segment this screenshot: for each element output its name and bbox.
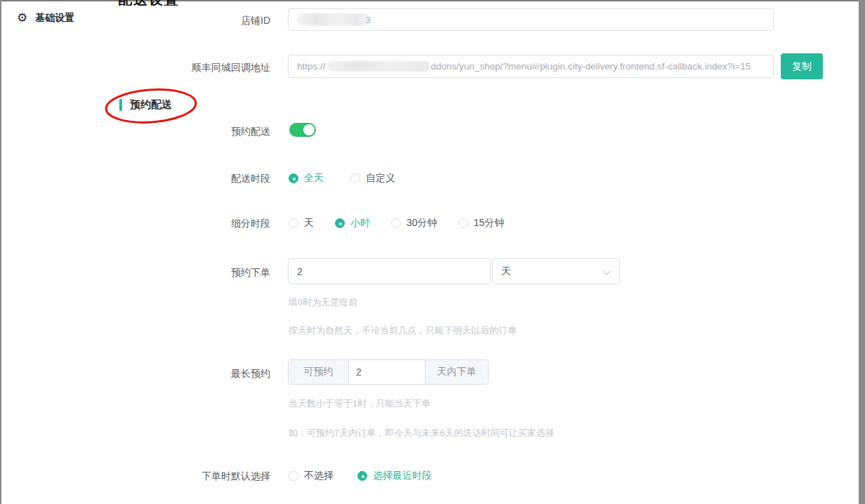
advance-order-value-field[interactable] <box>288 258 491 284</box>
radio-checked-icon <box>357 471 367 481</box>
section-title: 预约配送 <box>130 98 172 112</box>
max-reserve-label: 最长预约 <box>112 368 270 380</box>
radio-no-select[interactable]: 不选择 <box>289 470 334 482</box>
radio-unchecked-icon <box>350 173 360 183</box>
advance-order-label: 预约下单 <box>112 267 270 279</box>
radio-all-day[interactable]: 全天 <box>289 172 324 185</box>
advance-order-input[interactable] <box>297 266 482 277</box>
reserve-toggle-label: 预约配送 <box>112 126 270 138</box>
default-select-radio-group: 不选择 选择最近时段 <box>289 470 432 482</box>
copy-button[interactable]: 复制 <box>781 53 823 79</box>
reserve-delivery-toggle[interactable] <box>289 123 316 137</box>
masked-shop-id-value <box>297 13 370 26</box>
radio-checked-icon <box>335 218 345 228</box>
radio-15min[interactable]: 15分钟 <box>458 217 505 230</box>
radio-unchecked-icon <box>391 218 401 228</box>
shop-id-input[interactable]: 3 <box>288 8 774 31</box>
max-reserve-input[interactable] <box>356 366 418 378</box>
sub-period-label: 细分时段 <box>112 218 270 230</box>
toggle-knob <box>303 124 315 135</box>
selected-unit: 天 <box>501 265 511 278</box>
url-suffix: ddons/yun_shop/?menu#/plugin.city-delive… <box>431 61 751 72</box>
default-select-label: 下单时默认选择 <box>112 470 270 483</box>
shop-id-visible-char: 3 <box>366 15 371 25</box>
callback-url-label: 顺丰同城回调地址 <box>112 62 270 74</box>
url-prefix: https:// <box>297 61 326 72</box>
gear-icon: ⚙ <box>17 12 27 25</box>
max-reserve-hint-1: 当天数小于等于1时，只能当天下单 <box>289 397 430 410</box>
sidebar-item-basic-settings[interactable]: ⚙ 基础设置 <box>1 1 106 25</box>
max-reserve-hint-2: 如：可预约7天内订单，即今天与未来6天的送达时间可让买家选择 <box>289 427 554 439</box>
radio-unchecked-icon <box>458 218 468 228</box>
section-accent-bar <box>119 99 122 111</box>
sidebar: ⚙ 基础设置 <box>1 1 106 504</box>
max-reserve-input-group: 可预约 天内下单 <box>288 359 489 385</box>
radio-unchecked-icon <box>289 471 298 481</box>
chevron-down-icon <box>602 267 610 274</box>
clipped-page-heading: 配送设置 <box>118 0 286 6</box>
max-reserve-prepend: 可预约 <box>289 360 349 384</box>
delivery-period-label: 配送时段 <box>112 173 270 185</box>
main-content: 配送设置 店铺ID 3 顺丰同城回调地址 https://ddons/yun_s… <box>106 1 859 504</box>
radio-30min[interactable]: 30分钟 <box>391 217 437 230</box>
advance-order-hint-2: 按天时为自然天，不论当前几点，只能下明天以后的订单 <box>289 324 517 337</box>
callback-url-input[interactable]: https://ddons/yun_shop/?menu#/plugin.cit… <box>288 55 774 78</box>
max-reserve-value-field[interactable] <box>349 360 425 384</box>
scrollbar[interactable] <box>859 0 865 504</box>
radio-unchecked-icon <box>289 218 298 228</box>
settings-page: ⚙ 基础设置 配送设置 店铺ID 3 顺丰同城回调地址 https://ddon… <box>0 0 865 504</box>
shop-id-label: 店铺ID <box>112 15 270 27</box>
sub-period-radio-group: 天 小时 30分钟 15分钟 <box>289 217 504 230</box>
radio-nearest-period[interactable]: 选择最近时段 <box>357 470 432 482</box>
radio-checked-icon <box>289 173 298 183</box>
max-reserve-append: 天内下单 <box>425 360 488 384</box>
radio-day[interactable]: 天 <box>289 217 314 230</box>
radio-hour[interactable]: 小时 <box>335 217 370 230</box>
masked-url-domain <box>326 61 430 72</box>
radio-custom[interactable]: 自定义 <box>350 172 395 185</box>
sidebar-item-label: 基础设置 <box>35 12 74 25</box>
advance-order-unit-select[interactable]: 天 <box>492 258 620 284</box>
delivery-period-radio-group: 全天 自定义 <box>289 172 395 185</box>
advance-order-hint-1: 填0时为无需提前 <box>289 296 357 309</box>
